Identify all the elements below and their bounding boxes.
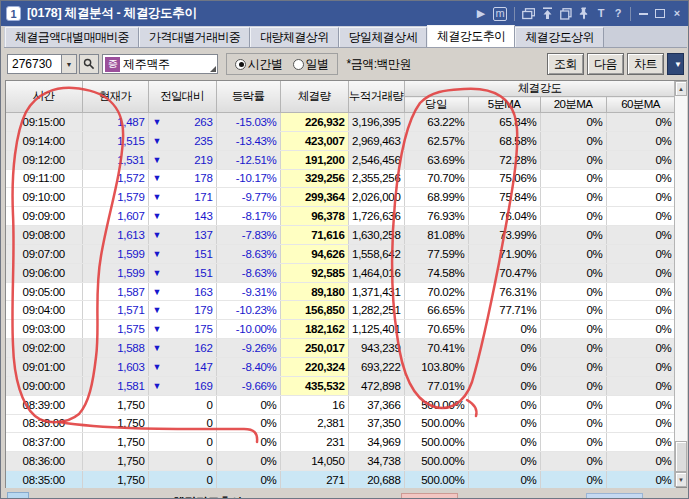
code-dropdown-button[interactable]: ▼ xyxy=(61,54,77,74)
cell-ma60: 0% xyxy=(606,320,675,339)
cell-change: ▼263 xyxy=(148,113,216,132)
toolbar-dropdown-button[interactable]: ▼ xyxy=(667,53,684,75)
table-row[interactable]: 09:00:001,581▼169-9.66%435,532472,89877.… xyxy=(6,376,675,395)
tab-0[interactable]: 체결금액대별매매비중 xyxy=(5,27,139,47)
cell-time: 09:08:00 xyxy=(6,226,82,245)
cell-time: 09:11:00 xyxy=(6,169,82,188)
table-row[interactable]: 09:04:001,571▼179-10.23%156,8501,282,251… xyxy=(6,301,675,320)
radio-hourly[interactable]: 시간별 xyxy=(235,56,283,73)
font-size-icon[interactable]: T xyxy=(596,7,606,21)
search-icon[interactable] xyxy=(79,54,99,74)
cell-today: 70.70% xyxy=(404,169,468,188)
pin-icon[interactable] xyxy=(579,7,589,21)
bottom-partial-button[interactable] xyxy=(7,492,29,499)
tab-1[interactable]: 가격대별거래비중 xyxy=(139,27,250,47)
cell-ma20: 0% xyxy=(540,131,606,150)
cell-price: 1,750 xyxy=(82,433,148,452)
table-row[interactable]: 08:36:001,75000%14,05034,738500.00%0%0%0… xyxy=(6,452,675,471)
cell-ma60: 0% xyxy=(606,263,675,282)
table-row[interactable]: 09:12:001,531▼219-12.51%191,2002,546,456… xyxy=(6,150,675,169)
cell-cumvol: 1,125,401 xyxy=(348,320,404,339)
table-row[interactable]: 09:14:001,515▼235-13.43%423,0072,969,463… xyxy=(6,131,675,150)
minimize-button[interactable] xyxy=(638,7,648,21)
cell-price: 1,579 xyxy=(82,188,148,207)
cell-cumvol: 1,558,642 xyxy=(348,244,404,263)
table-row[interactable]: 09:02:001,588▼162-9.26%250,017943,23970.… xyxy=(6,339,675,358)
radio-daily-label: 일별 xyxy=(306,56,329,73)
table-row[interactable]: 09:05:001,587▼163-9.31%89,1801,371,43170… xyxy=(6,282,675,301)
market-type-badge: 증 xyxy=(105,57,120,72)
cell-ma20: 0% xyxy=(540,282,606,301)
table-row[interactable]: 09:11:001,572▼178-10.17%329,2562,355,256… xyxy=(6,169,675,188)
cell-price: 1,750 xyxy=(82,452,148,471)
stock-code-input[interactable]: 276730 xyxy=(7,54,61,74)
column-header-change: 전일대비 xyxy=(148,81,216,113)
minimized-window-icon[interactable]: m xyxy=(493,7,507,21)
table-row[interactable]: 09:03:001,575▼175-10.00%182,1621,125,401… xyxy=(6,320,675,339)
cell-ma5: 68.58% xyxy=(468,131,540,150)
copy-window-icon[interactable] xyxy=(560,7,572,21)
cell-ma60: 0% xyxy=(606,395,675,414)
close-button[interactable]: × xyxy=(672,7,682,21)
change-value: 0 xyxy=(206,455,212,467)
scrollbar-thumb[interactable] xyxy=(675,441,687,472)
window-number-badge[interactable]: 1 xyxy=(6,6,21,21)
tab-2[interactable]: 대량체결상위 xyxy=(250,27,338,47)
stock-name-field[interactable]: 증 제주맥주 xyxy=(102,54,218,74)
cell-time: 09:12:00 xyxy=(6,150,82,169)
bottom-partial-tab-blue[interactable] xyxy=(586,493,643,499)
tab-3[interactable]: 당일체결상세 xyxy=(339,27,427,47)
cell-ma5: 72.28% xyxy=(468,150,540,169)
table-row[interactable]: 09:08:001,613▼137-7.83%71,6161,630,25881… xyxy=(6,226,675,245)
cell-ma5: 71.90% xyxy=(468,244,540,263)
table-row[interactable]: 09:07:001,599▼151-8.63%94,6261,558,64277… xyxy=(6,244,675,263)
down-arrow-icon: ▼ xyxy=(153,268,162,278)
bottom-partial-tab-pink[interactable] xyxy=(401,493,458,499)
cell-volume: 299,364 xyxy=(280,188,348,207)
change-value: 163 xyxy=(194,286,212,298)
cell-time: 09:15:00 xyxy=(6,113,82,132)
cell-ma60: 0% xyxy=(606,433,675,452)
next-button[interactable]: 다음 xyxy=(587,53,624,75)
maximize-button[interactable] xyxy=(655,7,665,21)
chart-button[interactable]: 차트 xyxy=(627,53,664,75)
cell-ma20: 0% xyxy=(540,339,606,358)
send-to-top-icon[interactable] xyxy=(542,7,553,21)
scroll-down-icon[interactable]: ▼ xyxy=(675,472,687,487)
cell-today: 63.69% xyxy=(404,150,468,169)
cell-ma20: 0% xyxy=(540,452,606,471)
table-row[interactable]: 08:39:001,75000%1637,366500.00%0%0%0% xyxy=(6,395,675,414)
tab-5[interactable]: 체결강도상위 xyxy=(515,27,603,47)
cascade-windows-icon[interactable] xyxy=(522,7,535,21)
table-row[interactable]: 08:38:001,75000%2,38137,350500.00%0%0%0% xyxy=(6,414,675,433)
table-row[interactable]: 09:01:001,603▼147-8.40%220,324693,222103… xyxy=(6,357,675,376)
table-row[interactable]: 09:09:001,607▼143-8.17%96,3781,726,63676… xyxy=(6,207,675,226)
change-value: 0 xyxy=(206,436,212,448)
table-row[interactable]: 09:15:001,487▼263-15.03%226,9323,196,395… xyxy=(6,113,675,132)
play-icon[interactable]: ▶ xyxy=(476,7,486,21)
down-arrow-icon: ▼ xyxy=(153,117,162,127)
help-icon[interactable]: ? xyxy=(613,7,623,21)
table-row[interactable]: 09:10:001,579▼171-9.77%299,3642,026,0006… xyxy=(6,188,675,207)
table-row[interactable]: 09:06:001,599▼151-8.63%92,5851,464,01674… xyxy=(6,263,675,282)
change-value: 219 xyxy=(194,154,212,166)
scroll-up-icon[interactable]: ▲ xyxy=(675,81,687,96)
down-arrow-icon: ▼ xyxy=(153,381,162,391)
query-button[interactable]: 조회 xyxy=(547,53,584,75)
change-value: 171 xyxy=(194,191,212,203)
cell-ma20: 0% xyxy=(540,244,606,263)
cell-ma5: 0% xyxy=(468,414,540,433)
table-row[interactable]: 08:35:001,75000%27120,688500.00%0%0%0% xyxy=(6,471,675,490)
radio-daily[interactable]: 일별 xyxy=(293,56,329,73)
cell-volume: 329,256 xyxy=(280,169,348,188)
tab-4[interactable]: 체결강도추이 xyxy=(427,25,515,47)
cell-volume: 435,532 xyxy=(280,376,348,395)
change-value: 263 xyxy=(194,116,212,128)
cell-price: 1,750 xyxy=(82,471,148,490)
change-value: 179 xyxy=(194,304,212,316)
cell-change: 0 xyxy=(148,395,216,414)
scrollbar[interactable]: ▲ ▼ xyxy=(674,81,687,487)
cell-cumvol: 1,371,431 xyxy=(348,282,404,301)
cell-today: 77.01% xyxy=(404,376,468,395)
table-row[interactable]: 08:37:001,75000%23134,969500.00%0%0%0% xyxy=(6,433,675,452)
